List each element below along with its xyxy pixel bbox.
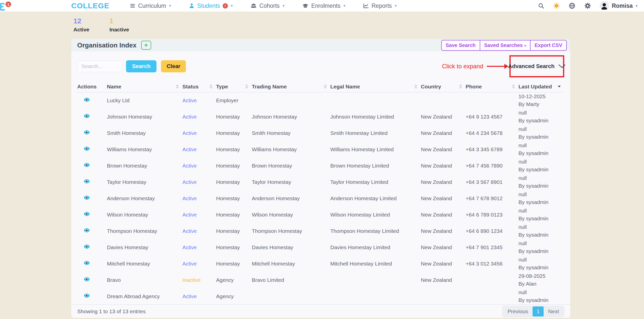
view-eye-icon[interactable] [83,178,90,185]
pagination: Previous 1 Next [502,306,564,317]
phone-cell: +64 6 890 1234 [466,223,518,239]
search-button[interactable]: Search [126,60,156,72]
country-cell: New Zealand [421,141,466,157]
column-header-last-updated[interactable]: Last Updated [518,81,564,92]
phone-cell: +64 9 123 4567 [466,109,518,125]
column-header-legal-name[interactable]: Legal Name [330,81,421,92]
column-header-name[interactable]: Name [107,81,182,92]
user-icon [189,3,195,9]
actions-cell [77,255,107,272]
last-updated-cell: nullBy sysadmin [518,125,564,141]
settings-gear-icon[interactable] [584,2,591,9]
name-cell: Anderson Homestay [107,190,182,206]
view-eye-icon[interactable] [83,96,90,103]
trading-name-cell: Wilson Homestay [252,206,330,223]
column-header-type[interactable]: Type [216,81,252,92]
updated-date: null [518,223,564,231]
brand-logo[interactable]: COLLEGE [71,2,109,10]
nav-item-enrolments[interactable]: Enrolments ▾ [302,3,345,9]
view-eye-icon[interactable] [83,113,90,120]
language-globe-icon[interactable] [569,2,576,9]
type-cell: Homestay [216,125,252,141]
nav-item-students[interactable]: Students ! ▾ [189,3,233,9]
chevron-down-icon[interactable]: ▾ [231,4,233,8]
column-header-trading-name[interactable]: Trading Name [252,81,330,92]
panel-toolbar: Save Search Saved Searches▾ Export CSV [441,40,567,51]
widget-launcher[interactable]: Ɛ 1 [0,2,13,13]
view-eye-icon[interactable] [83,276,90,283]
saved-searches-button[interactable]: Saved Searches▾ [480,40,531,51]
view-eye-icon[interactable] [83,129,90,136]
type-cell: Agency [216,288,252,304]
name-cell: Johnson Homestay [107,109,182,125]
chevron-down-icon: ▾ [395,4,397,8]
status-cell: Active [182,157,216,174]
last-updated-cell: nullBy sysadmin [518,239,564,255]
column-header-phone[interactable]: Phone [466,81,518,92]
sort-icon[interactable] [558,86,561,87]
widget-badge: 1 [5,1,12,8]
actions-cell [77,206,107,223]
name-cell: Taylor Homestay [107,174,182,190]
add-organisation-button[interactable]: + [141,41,151,50]
actions-cell [77,92,107,109]
column-label: Type [216,84,228,90]
view-eye-icon[interactable] [83,194,90,201]
table-row: Williams HomestayActiveHomestayWilliams … [77,141,564,157]
type-cell: Homestay [216,174,252,190]
table-footer: Showing 1 to 13 of 13 entries Previous 1… [71,304,570,318]
page-number-button[interactable]: 1 [533,306,544,316]
table-body: Lucky LtdActiveEmployer10-12-2025By Mart… [77,92,564,304]
nav-item-curriculum[interactable]: Curriculum ▾ [130,3,171,9]
column-label: Legal Name [330,84,360,90]
trading-name-cell: Davies Homestay [252,239,330,255]
save-search-button[interactable]: Save Search [441,40,480,51]
graduation-cap-icon [302,3,309,9]
legal-name-cell: Smith Homestay Limited [330,125,421,141]
clear-button[interactable]: Clear [161,60,186,72]
inactive-stat[interactable]: 1 Inactive [109,17,129,39]
last-updated-cell: nullBy sysadmin [518,174,564,190]
previous-page-button[interactable]: Previous [503,306,533,316]
sort-icon[interactable] [176,84,179,89]
sort-icon[interactable] [414,84,417,89]
export-csv-button[interactable]: Export CSV [531,40,567,51]
sort-icon[interactable] [210,84,213,89]
view-eye-icon[interactable] [83,145,90,152]
country-cell: New Zealand [421,174,466,190]
sort-icon[interactable] [459,84,462,89]
view-eye-icon[interactable] [83,259,90,267]
updated-by: By sysadmin [518,166,564,173]
students-alert-badge: ! [223,3,228,9]
sort-icon[interactable] [324,84,327,89]
last-updated-cell: 29-08-2025By Alan [518,272,564,288]
view-eye-icon[interactable] [83,162,90,169]
active-label: Active [73,27,89,33]
nav-item-reports[interactable]: Reports ▾ [363,3,397,9]
updated-date: null [518,158,564,166]
updated-by: By sysadmin [518,149,564,157]
view-eye-icon[interactable] [83,292,90,299]
advanced-search-toggle[interactable]: Advanced Search [509,55,564,77]
name-cell: Bravo [107,272,182,288]
trading-name-cell [252,288,330,304]
column-header-country[interactable]: Country [421,81,466,92]
sort-icon[interactable] [245,84,248,89]
user-menu[interactable]: Romisa ▾ [600,1,637,10]
view-eye-icon[interactable] [83,243,90,250]
status-cell: Active [182,190,216,206]
active-stat[interactable]: 12 Active [73,17,89,39]
view-eye-icon[interactable] [83,210,90,218]
inactive-label: Inactive [109,27,129,33]
search-input[interactable] [77,61,123,72]
next-page-button[interactable]: Next [544,306,564,316]
nav-item-cohorts[interactable]: Cohorts ▾ [250,3,285,9]
view-eye-icon[interactable] [83,227,90,234]
sort-icon[interactable] [512,84,515,89]
nav-label: Reports [372,3,392,9]
search-icon[interactable] [538,3,544,9]
users-icon [250,3,257,9]
country-cell: New Zealand [421,125,466,141]
column-header-status[interactable]: Status [182,81,216,92]
theme-sun-icon[interactable] [553,2,560,9]
